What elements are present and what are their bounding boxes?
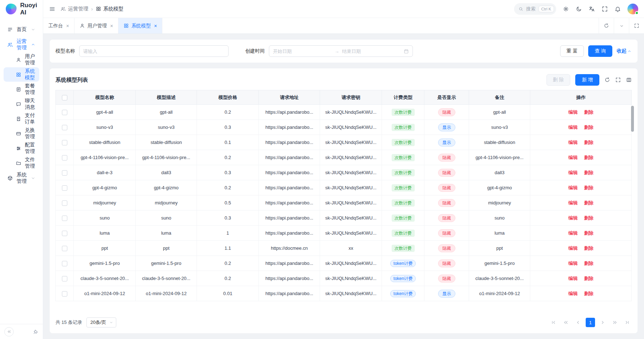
row-checkbox[interactable]: [62, 231, 67, 236]
delete-link[interactable]: 删除: [584, 261, 593, 266]
edit-link[interactable]: 编辑: [568, 185, 578, 190]
delete-link[interactable]: 删除: [584, 155, 593, 160]
model-name-cell: suno: [74, 211, 136, 226]
tab-options-chevron-icon[interactable]: [614, 18, 629, 33]
delete-link[interactable]: 删除: [584, 170, 593, 175]
sidebar-item[interactable]: 套餐管理: [4, 82, 39, 96]
delete-link[interactable]: 删除: [584, 230, 593, 236]
row-checkbox[interactable]: [62, 246, 67, 251]
sidebar-item[interactable]: 兑换管理: [4, 126, 39, 141]
edit-link[interactable]: 编辑: [568, 200, 578, 205]
edit-link[interactable]: 编辑: [568, 215, 578, 221]
tab-system-model[interactable]: 系统模型 ×: [118, 18, 162, 33]
menu-toggle-icon[interactable]: [49, 6, 55, 12]
delete-button[interactable]: 删 除: [546, 74, 571, 86]
row-checkbox[interactable]: [62, 200, 67, 206]
fullscreen-icon[interactable]: [602, 6, 608, 12]
row-checkbox[interactable]: [62, 155, 67, 161]
refresh-tab-icon[interactable]: [599, 18, 614, 33]
close-icon[interactable]: ×: [154, 23, 157, 28]
delete-link[interactable]: 删除: [584, 215, 593, 221]
edit-link[interactable]: 编辑: [568, 276, 578, 281]
tab-workbench[interactable]: 工作台 ×: [43, 18, 75, 33]
avatar[interactable]: [627, 4, 638, 14]
refresh-table-icon[interactable]: [604, 77, 610, 83]
edit-link[interactable]: 编辑: [568, 245, 578, 251]
edit-link[interactable]: 编辑: [568, 109, 578, 115]
sidebar-collapse-button[interactable]: [4, 327, 14, 336]
page-size-select[interactable]: 20条/页: [86, 317, 116, 327]
reset-button[interactable]: 重 置: [560, 45, 584, 57]
maximize-content-icon[interactable]: [629, 18, 644, 33]
date-range-picker[interactable]: →: [269, 45, 413, 57]
delete-link[interactable]: 删除: [584, 200, 593, 205]
add-button[interactable]: 新 增: [575, 74, 599, 86]
close-icon[interactable]: ×: [66, 23, 69, 28]
billing-type-cell: 次数计费: [382, 226, 424, 241]
model-name-cell: claude-3-5-sonnet-20...: [74, 271, 136, 286]
delete-link[interactable]: 删除: [584, 140, 593, 145]
row-checkbox[interactable]: [62, 276, 67, 281]
gear-icon[interactable]: [563, 6, 569, 12]
jump-forward-button[interactable]: [610, 318, 620, 327]
row-checkbox[interactable]: [62, 170, 67, 176]
column-settings-icon[interactable]: [626, 77, 632, 83]
last-page-button[interactable]: [622, 318, 632, 327]
sidebar-item[interactable]: 配置管理: [4, 141, 39, 155]
table-scrollbar[interactable]: [631, 106, 634, 312]
sidebar-item-home[interactable]: 首页: [4, 22, 39, 37]
delete-link[interactable]: 删除: [584, 245, 593, 251]
edit-link[interactable]: 编辑: [568, 230, 578, 236]
edit-link[interactable]: 编辑: [568, 170, 578, 175]
delete-link[interactable]: 删除: [584, 109, 593, 115]
query-button[interactable]: 查 询: [588, 45, 612, 57]
edit-link[interactable]: 编辑: [568, 291, 578, 296]
prev-page-button[interactable]: [573, 318, 583, 327]
sidebar-item[interactable]: 聊天消息: [4, 97, 39, 111]
breadcrumb-item-operations[interactable]: 运营管理: [60, 6, 88, 12]
row-checkbox[interactable]: [62, 261, 67, 266]
sidebar-item-operations[interactable]: 运营管理: [4, 37, 39, 52]
edit-link[interactable]: 编辑: [568, 155, 578, 160]
delete-link[interactable]: 删除: [584, 185, 593, 190]
sidebar-item-system[interactable]: 系统管理: [4, 171, 39, 185]
delete-link[interactable]: 删除: [584, 291, 593, 296]
row-checkbox[interactable]: [62, 125, 67, 130]
current-page-button[interactable]: 1: [586, 318, 595, 327]
edit-link[interactable]: 编辑: [568, 140, 578, 145]
close-icon[interactable]: ×: [110, 23, 113, 28]
global-search[interactable]: 搜索 Ctrl K: [514, 3, 557, 15]
fullscreen-table-icon[interactable]: [615, 77, 621, 83]
sidebar-item[interactable]: 文件管理: [4, 156, 39, 170]
scrollbar-thumb[interactable]: [631, 106, 634, 132]
start-date-input[interactable]: [273, 49, 332, 54]
request-key-cell: sk-JIUQLNndqSeKWU...: [320, 180, 382, 195]
models-table: 模型名称模型描述模型价格请求地址请求密钥计费类型是否显示备注操作 gpt-4-a…: [55, 90, 632, 301]
sidebar-item[interactable]: 系统模型: [4, 67, 39, 82]
pin-icon[interactable]: [33, 329, 39, 334]
edit-link[interactable]: 编辑: [568, 125, 578, 130]
jump-back-button[interactable]: [561, 318, 571, 327]
row-checkbox[interactable]: [62, 110, 67, 115]
billing-type-tag: 次数计费: [392, 199, 415, 207]
first-page-button[interactable]: [549, 318, 558, 327]
edit-link[interactable]: 编辑: [568, 261, 578, 266]
end-date-input[interactable]: [342, 49, 401, 54]
row-checkbox[interactable]: [62, 291, 67, 297]
remark-cell: suno-v3: [469, 120, 530, 135]
row-checkbox[interactable]: [62, 216, 67, 221]
moon-icon[interactable]: [576, 6, 582, 12]
next-page-button[interactable]: [598, 318, 607, 327]
collapse-filter-link[interactable]: 收起: [617, 48, 632, 54]
bell-icon[interactable]: [614, 6, 621, 12]
sidebar-item[interactable]: 支付订单: [4, 112, 39, 126]
translate-icon[interactable]: [589, 6, 595, 12]
tab-user-management[interactable]: 用户管理 ×: [75, 18, 118, 33]
sidebar-item[interactable]: 用户管理: [4, 53, 39, 67]
row-checkbox[interactable]: [62, 140, 67, 145]
delete-link[interactable]: 删除: [584, 125, 593, 130]
model-name-input[interactable]: [79, 45, 229, 57]
select-all-checkbox[interactable]: [62, 95, 67, 100]
delete-link[interactable]: 删除: [584, 276, 593, 281]
row-checkbox[interactable]: [62, 185, 67, 191]
